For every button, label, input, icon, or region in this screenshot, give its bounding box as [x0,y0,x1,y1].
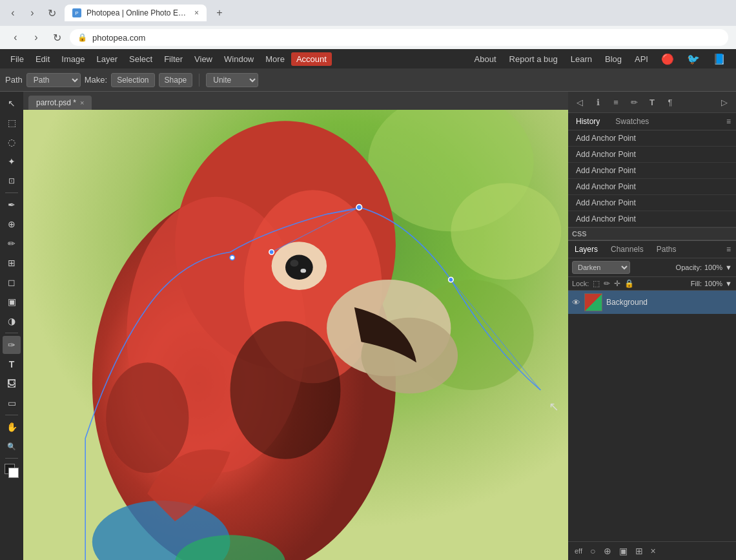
history-list: Add Anchor PointAdd Anchor PointAdd Anch… [568,130,736,227]
right-panel: ◁ ℹ ≡ ✏ T ¶ ▷ History Swatches ≡ Add Anc… [568,92,736,560]
picker-tool[interactable]: ⛾ [3,375,21,393]
layer-adjustment-button[interactable]: ⊕ [601,544,614,557]
tool-divider-2 [5,333,18,333]
crop-tool[interactable]: ⊡ [3,172,21,190]
history-item-1[interactable]: Add Anchor Point [568,147,736,163]
delete-layer-button[interactable]: × [648,544,659,557]
paths-tab[interactable]: Paths [650,241,683,258]
close-tab-button[interactable]: × [194,8,199,17]
history-item-3[interactable]: Add Anchor Point [568,179,736,195]
info-icon-btn[interactable]: ℹ [589,93,607,111]
layer-group-button[interactable]: ▣ [617,544,630,557]
stamp-tool[interactable]: ⊞ [3,254,21,272]
wand-tool[interactable]: ✦ [3,152,21,171]
address-bar[interactable]: 🔒 photopea.com [70,29,728,46]
menubar-bug[interactable]: Report a bug [504,52,563,66]
reddit-icon[interactable]: 🔴 [656,51,679,67]
layer-item-background[interactable]: 👁 Background [568,291,736,314]
svg-point-24 [449,277,453,282]
back-button[interactable]: ‹ [5,5,21,21]
layers-list: 👁 Background [568,291,736,541]
paragraph-icon-btn[interactable]: ¶ [661,93,679,111]
menubar-view[interactable]: View [189,52,218,66]
menubar: FileEditImageLayerSelectFilterViewWindow… [0,49,736,68]
back-btn[interactable]: ‹ [8,30,23,45]
history-item-5[interactable]: Add Anchor Point [568,211,736,227]
menubar-file[interactable]: File [5,52,29,66]
lock-position-btn[interactable]: ✛ [614,279,620,288]
new-tab-button[interactable]: + [212,5,227,21]
pen-tool[interactable]: ✑ [3,336,21,354]
history-tabs: History Swatches ≡ [568,113,736,130]
menubar-api[interactable]: API [629,52,653,66]
eyedropper-tool[interactable]: ✒ [3,196,21,214]
menubar-filter[interactable]: Filter [159,52,188,66]
history-item-0[interactable]: Add Anchor Point [568,130,736,147]
menubar-select[interactable]: Select [124,52,158,66]
lasso-tool[interactable]: ◌ [3,133,21,151]
layer-effects-button[interactable]: eff [572,546,585,556]
opacity-arrow[interactable]: ▼ [725,264,732,271]
combine-mode-select[interactable]: Unite Intersect Subtract Exclude [206,73,258,87]
layer-visibility-icon[interactable]: 👁 [572,298,580,307]
swatches-tab[interactable]: Swatches [608,113,657,130]
lock-all-btn[interactable]: 🔒 [624,279,634,288]
hand-tool[interactable]: ✋ [3,418,21,436]
browser-tab[interactable]: P Photopea | Online Photo Edi... × [65,5,207,21]
gradient-tool[interactable]: ▣ [3,293,21,311]
eraser-tool[interactable]: ◻ [3,273,21,291]
menubar-image[interactable]: Image [56,52,90,66]
brush-tool[interactable]: ✏ [3,234,21,253]
new-layer-button[interactable]: ⊞ [633,544,646,557]
history-item-2[interactable]: Add Anchor Point [568,163,736,179]
tool-type-select[interactable]: Path Shape Selection [26,73,81,87]
brush-icon-btn[interactable]: ✏ [625,93,643,111]
menubar-account[interactable]: Account [291,52,332,66]
collapse-right-btn[interactable]: ▷ [715,93,733,111]
healing-tool[interactable]: ⊕ [3,215,21,233]
make-shape-button[interactable]: Shape [159,73,193,87]
svg-point-22 [269,250,274,254]
lock-transparent-btn[interactable]: ⬚ [593,279,600,288]
fwd-btn[interactable]: › [28,30,44,45]
refresh-button[interactable]: ↻ [44,5,59,21]
lock-pixels-btn[interactable]: ✏ [604,279,610,288]
layers-tab[interactable]: Layers [568,241,604,258]
zoom-tool[interactable]: 🔍 [3,437,21,455]
menubar-edit[interactable]: Edit [30,52,55,66]
layers-menu-button[interactable]: ≡ [721,242,736,256]
menubar-learn[interactable]: Learn [566,52,597,66]
move-tool[interactable]: ↖ [3,94,21,112]
menubar-blog[interactable]: Blog [600,52,627,66]
text-tool[interactable]: T [3,355,21,373]
svg-text:↖: ↖ [549,400,559,413]
reload-btn[interactable]: ↻ [49,30,65,45]
blend-mode-select[interactable]: Normal Dissolve Darken Multiply [572,261,630,274]
marquee-tool[interactable]: ⬚ [3,114,21,132]
collapse-left-icon[interactable]: ◁ [571,93,589,111]
menubar-about[interactable]: About [469,52,502,66]
history-item-4[interactable]: Add Anchor Point [568,195,736,211]
facebook-icon[interactable]: 📘 [708,51,731,67]
color-swatch[interactable] [5,464,19,478]
settings-icon-btn[interactable]: ≡ [607,93,625,111]
make-selection-button[interactable]: Selection [111,73,154,87]
history-menu-button[interactable]: ≡ [721,114,736,129]
forward-button[interactable]: › [25,5,40,21]
text-icon-btn[interactable]: T [643,93,661,111]
canvas-tab[interactable]: parrot.psd * × [28,96,92,110]
fill-arrow[interactable]: ▼ [725,280,732,287]
menubar-layer[interactable]: Layer [92,52,123,66]
channels-tab[interactable]: Channels [604,241,650,258]
menubar-more[interactable]: More [260,52,290,66]
url-display: photopea.com [92,33,145,43]
layer-mask-button[interactable]: ○ [588,544,598,557]
shapes-tool[interactable]: ▭ [3,394,21,412]
close-canvas-tab-button[interactable]: × [80,99,84,107]
canvas-container[interactable]: ↖ [23,110,568,560]
twitter-icon[interactable]: 🐦 [682,51,705,67]
menubar-window[interactable]: Window [219,52,259,66]
background-color[interactable] [8,468,19,478]
history-tab[interactable]: History [568,113,608,130]
dodge-tool[interactable]: ◑ [3,312,21,330]
